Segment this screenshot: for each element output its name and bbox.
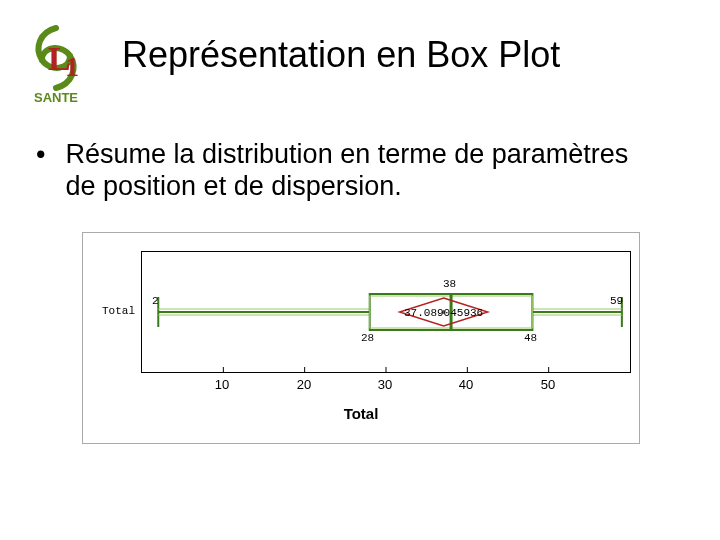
- bullet-dot: •: [36, 138, 58, 170]
- ann-q3: 48: [524, 332, 537, 344]
- ann-median: 38: [443, 278, 456, 290]
- ann-mean: 37.089045936: [404, 307, 483, 319]
- logo-1: 1: [65, 51, 79, 82]
- boxplot-chart: Total: [82, 232, 640, 444]
- ann-min: 2: [152, 295, 159, 307]
- bullet-item: • Résume la distribution en terme de par…: [36, 138, 676, 203]
- xtick-50: 50: [528, 377, 568, 392]
- slide: L 1 SANTE Représentation en Box Plot • R…: [0, 0, 720, 540]
- xtick-40: 40: [446, 377, 486, 392]
- y-axis-label: Total: [83, 305, 135, 317]
- plot-area: 2 59 38 37.089045936 28 48: [141, 251, 631, 373]
- xtick-10: 10: [202, 377, 242, 392]
- ann-q1: 28: [361, 332, 374, 344]
- bullet-text: Résume la distribution en terme de param…: [66, 138, 666, 203]
- ann-max: 59: [610, 295, 623, 307]
- page-title: Représentation en Box Plot: [122, 34, 682, 76]
- xtick-30: 30: [365, 377, 405, 392]
- x-axis-title: Total: [83, 405, 639, 422]
- xtick-20: 20: [284, 377, 324, 392]
- logo-bottom-text: SANTE: [34, 90, 78, 104]
- logo: L 1 SANTE: [20, 22, 92, 104]
